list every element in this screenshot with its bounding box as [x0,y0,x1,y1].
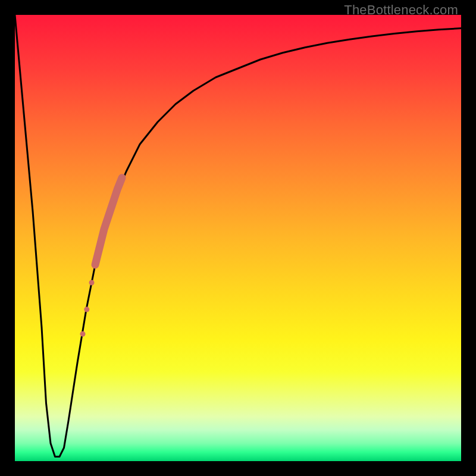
chart-frame: TheBottleneck.com [0,0,476,476]
svg-point-1 [84,307,89,312]
chart-svg [15,15,461,461]
highlight-markers [80,280,95,337]
watermark-text: TheBottleneck.com [344,2,458,18]
svg-point-2 [89,280,95,286]
svg-point-0 [80,331,86,337]
highlight-thick-segment [95,178,122,265]
bottleneck-curve [15,15,461,457]
